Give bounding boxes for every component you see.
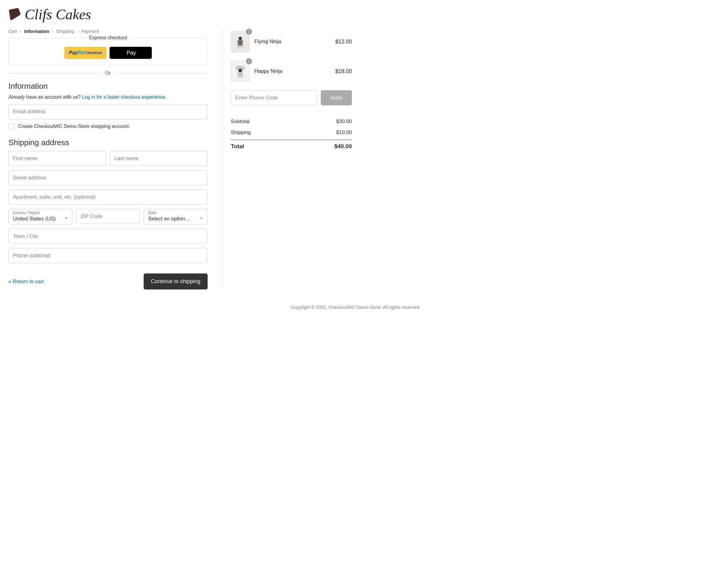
svg-point-3 (238, 68, 242, 72)
breadcrumb: Cart › Information › Shipping › Payment (8, 29, 208, 34)
apply-promo-button[interactable]: Apply (321, 90, 352, 105)
or-divider: Or (8, 71, 208, 76)
subtotal-label: Subtotal (231, 119, 250, 125)
shipping-label: Shipping (231, 129, 251, 135)
total-value: $40.00 (335, 143, 352, 150)
logo-icon (8, 8, 21, 21)
logo-text: Clifs Cakes (25, 6, 91, 23)
chevron-right-icon: › (20, 29, 21, 34)
first-name-field[interactable] (8, 151, 106, 166)
last-name-field[interactable] (110, 151, 208, 166)
chevron-right-icon: › (52, 29, 53, 34)
footer-copyright: Copyright © 2022, CheckoutWC Demo Store.… (8, 304, 703, 310)
breadcrumb-shipping[interactable]: Shipping (57, 29, 74, 34)
cart-item: 1 Flying Ninja $12.00 (231, 31, 352, 52)
phone-field[interactable] (8, 248, 208, 263)
zip-field[interactable] (76, 209, 140, 224)
cart-item: 1 Happy Ninja $18.00 (231, 61, 352, 82)
promo-code-field[interactable] (231, 90, 317, 105)
quantity-badge: 1 (246, 29, 252, 35)
create-account-checkbox[interactable] (8, 123, 15, 129)
breadcrumb-cart[interactable]: Cart (8, 29, 17, 34)
express-checkout-title: Express checkout (86, 35, 130, 40)
street-field[interactable] (8, 170, 208, 185)
information-heading: Information (8, 82, 208, 91)
paypal-logo: PayPal (69, 50, 85, 56)
express-checkout-box: Express checkout PayPal Checkout Pay (8, 38, 208, 65)
apt-field[interactable] (8, 190, 208, 205)
cart-item-name: Happy Ninja (254, 68, 330, 74)
state-select[interactable]: State Select an option… ⌄ (144, 209, 208, 225)
site-logo[interactable]: Clifs Cakes (8, 6, 703, 23)
shipping-heading: Shipping address (8, 138, 208, 147)
svg-point-1 (238, 37, 242, 40)
return-to-cart-link[interactable]: « Return to cart (8, 279, 44, 285)
create-account-label: Create CheckoutWC Demo Store shopping ac… (18, 124, 130, 129)
chevron-right-icon: › (77, 29, 78, 34)
shipping-value: $10.00 (336, 129, 352, 135)
product-thumbnail (231, 61, 250, 82)
paypal-button[interactable]: PayPal Checkout (64, 47, 107, 59)
account-prompt: Already have an account with us? Log in … (8, 94, 208, 100)
country-select[interactable]: Country / Region United States (US) ⌄ (8, 209, 72, 225)
applepay-button[interactable]: Pay (110, 47, 152, 59)
quantity-badge: 1 (246, 58, 252, 64)
email-field[interactable] (8, 104, 208, 119)
cart-item-price: $12.00 (335, 39, 352, 45)
login-link[interactable]: Log in for a faster checkout experience. (82, 94, 167, 100)
breadcrumb-information: Information (24, 29, 49, 34)
city-field[interactable] (8, 229, 208, 244)
cart-item-price: $18.00 (335, 68, 352, 75)
product-thumbnail (231, 31, 250, 52)
breadcrumb-payment[interactable]: Payment (81, 29, 99, 34)
subtotal-value: $30.00 (336, 119, 352, 125)
continue-button[interactable]: Continue to shipping (144, 273, 208, 290)
total-label: Total (231, 143, 244, 150)
cart-item-name: Flying Ninja (254, 39, 330, 45)
